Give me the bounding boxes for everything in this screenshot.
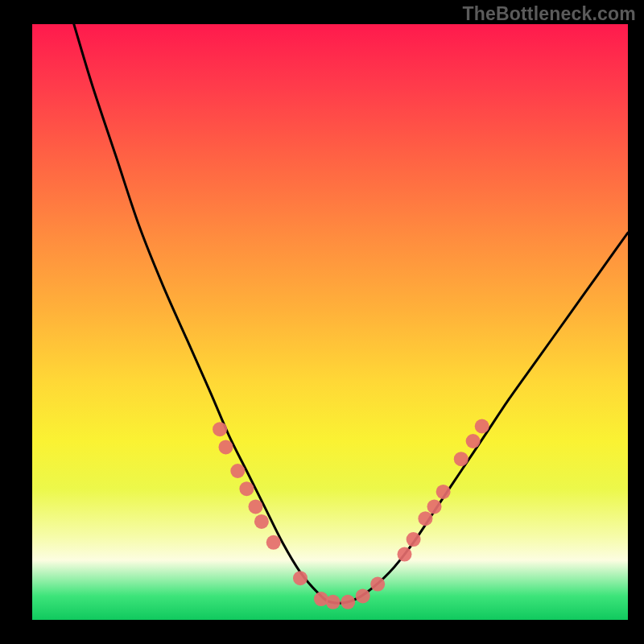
data-point	[466, 434, 481, 448]
data-point	[219, 440, 233, 454]
data-point	[239, 481, 254, 496]
bottleneck-curve	[74, 24, 628, 603]
data-point	[213, 422, 227, 436]
data-point	[249, 499, 263, 514]
data-point	[454, 452, 469, 466]
chart-frame: TheBottleneck.com	[0, 0, 644, 644]
data-point	[266, 535, 281, 550]
data-point	[341, 595, 355, 609]
watermark-text: TheBottleneck.com	[462, 3, 636, 25]
data-point	[326, 595, 341, 609]
data-point	[436, 485, 451, 499]
data-point	[370, 577, 385, 592]
data-point	[254, 514, 269, 529]
data-point	[407, 532, 421, 547]
data-points-group	[213, 419, 489, 609]
data-point	[418, 511, 432, 526]
curve-layer	[32, 24, 628, 620]
data-point	[230, 464, 245, 478]
data-point	[427, 499, 442, 514]
data-point	[398, 547, 412, 562]
plot-area	[32, 24, 628, 620]
data-point	[475, 419, 489, 434]
data-point	[293, 571, 308, 585]
data-point	[356, 588, 370, 603]
